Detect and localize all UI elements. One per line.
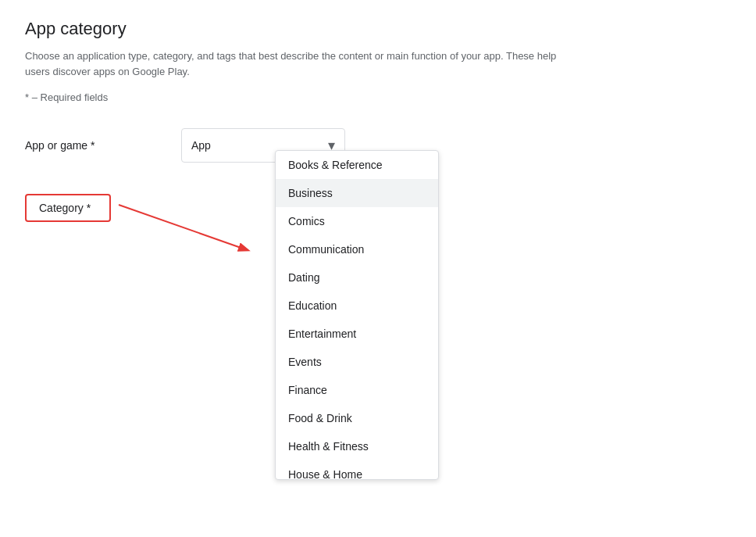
- dropdown-item-food-drink[interactable]: Food & Drink: [276, 404, 438, 432]
- dropdown-item-communication[interactable]: Communication: [276, 235, 438, 263]
- dropdown-item-events[interactable]: Events: [276, 348, 438, 376]
- category-dropdown: Books & ReferenceBusinessComicsCommunica…: [275, 150, 439, 480]
- red-arrow-svg: [95, 189, 267, 267]
- required-note: * – Required fields: [25, 91, 731, 103]
- app-or-game-value: App: [191, 139, 211, 152]
- category-dropdown-list[interactable]: Books & ReferenceBusinessComicsCommunica…: [276, 151, 438, 479]
- category-label: Category *: [39, 202, 91, 214]
- dropdown-item-books-reference[interactable]: Books & Reference: [276, 151, 438, 179]
- page-container: App category Choose an application type,…: [25, 19, 731, 222]
- svg-line-1: [119, 205, 248, 250]
- dropdown-item-education[interactable]: Education: [276, 292, 438, 320]
- dropdown-item-comics[interactable]: Comics: [276, 207, 438, 235]
- dropdown-item-house-home[interactable]: House & Home: [276, 460, 438, 479]
- dropdown-item-health-fitness[interactable]: Health & Fitness: [276, 432, 438, 460]
- page-title: App category: [25, 19, 731, 39]
- dropdown-item-business[interactable]: Business: [276, 179, 438, 207]
- dropdown-item-finance[interactable]: Finance: [276, 376, 438, 404]
- dropdown-item-entertainment[interactable]: Entertainment: [276, 320, 438, 348]
- app-or-game-label: App or game *: [25, 139, 181, 152]
- page-description: Choose an application type, category, an…: [25, 48, 572, 79]
- dropdown-item-dating[interactable]: Dating: [276, 263, 438, 292]
